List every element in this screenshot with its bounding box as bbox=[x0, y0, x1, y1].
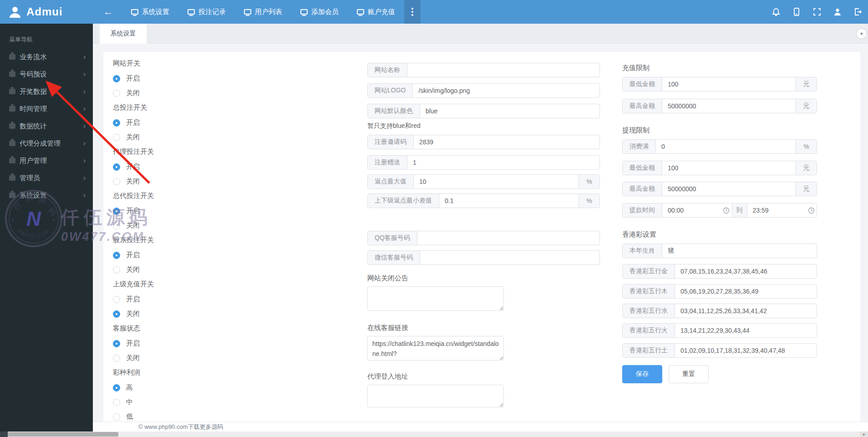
sidebar-item-number-preset[interactable]: 号码预设 bbox=[0, 66, 93, 83]
reg-gift-input[interactable] bbox=[407, 156, 599, 169]
radio-label[interactable]: 关闭 bbox=[126, 133, 140, 142]
radio-icon[interactable] bbox=[113, 355, 120, 362]
sidebar-item-user-management[interactable]: 用户管理 bbox=[0, 152, 93, 169]
wechat-input[interactable] bbox=[420, 251, 599, 264]
radio-label[interactable]: 中 bbox=[126, 398, 133, 407]
scrollbar-thumb[interactable] bbox=[8, 432, 118, 437]
radio-label[interactable]: 开启 bbox=[126, 74, 140, 83]
invite-code-input[interactable] bbox=[414, 135, 599, 149]
site-color-input[interactable] bbox=[420, 104, 599, 118]
radio-label[interactable]: 低 bbox=[126, 412, 133, 421]
radio-option[interactable]: 关闭 bbox=[113, 310, 249, 318]
radio-option[interactable]: 中 bbox=[113, 398, 249, 407]
radio-label[interactable]: 关闭 bbox=[126, 310, 140, 318]
site-logo-input[interactable] bbox=[413, 84, 599, 97]
radio-icon[interactable] bbox=[113, 208, 120, 215]
nav-item-bet-records[interactable]: 投注记录 bbox=[178, 0, 235, 24]
notifications-button[interactable] bbox=[766, 0, 786, 24]
radio-label[interactable]: 开启 bbox=[126, 295, 140, 304]
withdraw-time-to-input[interactable] bbox=[747, 203, 806, 217]
radio-option[interactable]: 低 bbox=[113, 412, 249, 421]
radio-label[interactable]: 开启 bbox=[126, 207, 140, 215]
radio-icon[interactable] bbox=[113, 340, 120, 347]
radio-label[interactable]: 关闭 bbox=[126, 221, 140, 230]
scrollbar-right-arrow[interactable]: ▸ bbox=[860, 432, 868, 437]
recharge-max-input[interactable] bbox=[662, 99, 796, 113]
radio-icon[interactable] bbox=[113, 413, 120, 421]
radio-option[interactable]: 开启 bbox=[113, 207, 249, 215]
sidebar-item-statistics[interactable]: 数据统计 bbox=[0, 117, 93, 135]
app-logo[interactable]: Admui bbox=[0, 5, 86, 19]
radio-label[interactable]: 开启 bbox=[126, 163, 140, 171]
radio-option[interactable]: 开启 bbox=[113, 339, 249, 348]
fullscreen-button[interactable] bbox=[807, 0, 827, 24]
sidebar-item-draw-data[interactable]: 开奖数据 bbox=[0, 83, 93, 100]
zodiac-input[interactable] bbox=[662, 244, 817, 258]
radio-option[interactable]: 关闭 bbox=[113, 89, 249, 97]
sidebar-item-system-settings[interactable]: 系统设置 bbox=[0, 187, 93, 204]
sidebar-item-agent-commission[interactable]: 代理分成管理 bbox=[0, 135, 93, 152]
radio-label[interactable]: 关闭 bbox=[126, 177, 140, 186]
hk-gold-input[interactable] bbox=[675, 264, 817, 278]
save-button[interactable]: 保存 bbox=[622, 365, 662, 383]
withdraw-max-input[interactable] bbox=[662, 182, 796, 196]
site-name-input[interactable] bbox=[407, 63, 599, 77]
sidebar-item-business-flow[interactable]: 业务流水 bbox=[0, 48, 93, 66]
radio-icon[interactable] bbox=[113, 310, 120, 318]
sidebar-item-time-management[interactable]: 时间管理 bbox=[0, 100, 93, 117]
radio-option[interactable]: 开启 bbox=[113, 118, 249, 127]
radio-icon[interactable] bbox=[113, 222, 120, 229]
chat-link-textarea[interactable]: https://chatlink123.meiqia.cn/widget/sta… bbox=[367, 336, 504, 361]
radio-icon[interactable] bbox=[113, 75, 120, 82]
nav-item-add-member[interactable]: 添加会员 bbox=[291, 0, 348, 24]
radio-option[interactable]: 开启 bbox=[113, 295, 249, 304]
radio-icon[interactable] bbox=[113, 134, 120, 141]
radio-label[interactable]: 高 bbox=[126, 383, 133, 392]
radio-label[interactable]: 关闭 bbox=[126, 354, 140, 362]
radio-option[interactable]: 开启 bbox=[113, 251, 249, 259]
radio-option[interactable]: 开启 bbox=[113, 163, 249, 171]
profile-button[interactable] bbox=[827, 0, 848, 24]
radio-label[interactable]: 关闭 bbox=[126, 89, 140, 97]
radio-option[interactable]: 关闭 bbox=[113, 177, 249, 186]
radio-icon[interactable] bbox=[113, 252, 120, 259]
withdraw-consume-input[interactable] bbox=[656, 140, 796, 153]
withdraw-time-from-input[interactable] bbox=[662, 203, 721, 217]
horizontal-scrollbar[interactable]: ▸ bbox=[0, 432, 868, 437]
close-notice-textarea[interactable] bbox=[367, 286, 504, 311]
radio-option[interactable]: 关闭 bbox=[113, 133, 249, 142]
tab-system-settings[interactable]: 系统设置 bbox=[100, 24, 147, 44]
radio-option[interactable]: 关闭 bbox=[113, 265, 249, 274]
radio-option[interactable]: 高 bbox=[113, 383, 249, 392]
more-tabs-button[interactable] bbox=[404, 0, 421, 24]
hk-earth-input[interactable] bbox=[675, 344, 817, 357]
withdraw-min-input[interactable] bbox=[662, 161, 796, 175]
radio-label[interactable]: 开启 bbox=[126, 339, 140, 348]
qq-input[interactable] bbox=[417, 231, 599, 245]
reset-button[interactable]: 重置 bbox=[669, 365, 709, 383]
radio-label[interactable]: 开启 bbox=[126, 118, 140, 127]
hk-fire-input[interactable] bbox=[675, 324, 817, 337]
sidebar-item-administrators[interactable]: 管理员 bbox=[0, 169, 93, 187]
agent-login-textarea[interactable] bbox=[367, 385, 504, 407]
radio-label[interactable]: 开启 bbox=[126, 251, 140, 259]
radio-option[interactable]: 关闭 bbox=[113, 354, 249, 362]
back-button[interactable]: ← bbox=[95, 6, 122, 18]
tab-operations-button[interactable]: ▾ bbox=[856, 28, 867, 39]
radio-option[interactable]: 开启 bbox=[113, 74, 249, 83]
logout-button[interactable] bbox=[848, 0, 868, 24]
nav-item-system-settings[interactable]: 系统设置 bbox=[122, 0, 178, 24]
radio-icon[interactable] bbox=[113, 163, 120, 171]
hk-wood-input[interactable] bbox=[675, 285, 817, 298]
rebate-max-input[interactable] bbox=[414, 175, 579, 188]
radio-icon[interactable] bbox=[113, 178, 120, 185]
radio-icon[interactable] bbox=[113, 399, 120, 406]
rebate-diff-input[interactable] bbox=[439, 194, 579, 208]
radio-icon[interactable] bbox=[113, 384, 120, 391]
mobile-view-button[interactable] bbox=[786, 0, 807, 24]
radio-option[interactable]: 关闭 bbox=[113, 221, 249, 230]
radio-icon[interactable] bbox=[113, 90, 120, 97]
radio-icon[interactable] bbox=[113, 266, 120, 274]
radio-icon[interactable] bbox=[113, 119, 120, 127]
hk-water-input[interactable] bbox=[675, 304, 817, 318]
